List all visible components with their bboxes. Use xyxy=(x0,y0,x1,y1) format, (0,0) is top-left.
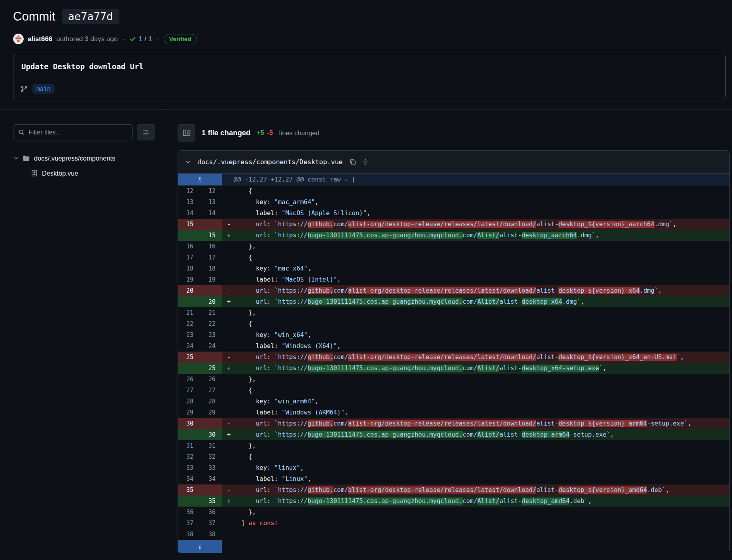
diff-line: 1212 { xyxy=(178,185,729,197)
line-number-old[interactable] xyxy=(178,363,200,374)
line-number-old[interactable]: 14 xyxy=(178,208,200,219)
line-number-old[interactable] xyxy=(178,296,200,307)
diff-line: 15+ url: `https://bugo-1301111475.cos.ap… xyxy=(178,230,729,241)
diff-line: 1818 key: "mac_x64", xyxy=(178,263,729,274)
line-number-old[interactable]: 29 xyxy=(178,407,200,418)
line-number-new[interactable]: 27 xyxy=(200,385,222,396)
line-number-gutter: 1717 xyxy=(178,252,222,263)
line-number-new[interactable]: 24 xyxy=(200,341,222,352)
line-number-old[interactable]: 18 xyxy=(178,263,200,274)
line-number-gutter: 1818 xyxy=(178,263,222,274)
line-number-new[interactable]: 13 xyxy=(200,197,222,208)
line-number-old[interactable]: 25 xyxy=(178,352,200,363)
line-number-old[interactable] xyxy=(178,429,200,440)
copy-path-button[interactable] xyxy=(349,159,356,165)
line-number-gutter: 2727 xyxy=(178,385,222,396)
line-number-new[interactable]: 29 xyxy=(200,407,222,418)
line-number-new[interactable] xyxy=(200,219,222,230)
line-number-old[interactable]: 32 xyxy=(178,451,200,462)
drag-handle[interactable] xyxy=(362,159,369,165)
diff-line: 35+ url: `https://bugo-1301111475.cos.ap… xyxy=(178,496,729,507)
chevron-down-icon[interactable] xyxy=(185,159,191,165)
line-number-new[interactable]: 36 xyxy=(200,507,222,518)
line-number-old[interactable]: 33 xyxy=(178,462,200,473)
line-number-new[interactable]: 28 xyxy=(200,396,222,407)
line-number-new[interactable]: 19 xyxy=(200,274,222,285)
line-number-new[interactable] xyxy=(200,352,222,363)
commit-sha-badge: ae7a77d xyxy=(62,9,119,24)
line-number-old[interactable]: 19 xyxy=(178,274,200,285)
verified-badge[interactable]: Verified xyxy=(164,34,197,44)
line-number-new[interactable]: 12 xyxy=(200,185,222,197)
line-number-new[interactable] xyxy=(200,484,222,496)
line-number-new[interactable]: 35 xyxy=(200,496,222,507)
line-number-new[interactable]: 30 xyxy=(200,429,222,440)
line-number-old[interactable]: 15 xyxy=(178,219,200,230)
line-number-new[interactable]: 34 xyxy=(200,473,222,484)
branch-badge[interactable]: main xyxy=(32,84,55,94)
line-number-new[interactable]: 33 xyxy=(200,462,222,473)
line-number-new[interactable]: 26 xyxy=(200,374,222,385)
line-number-new[interactable]: 17 xyxy=(200,252,222,263)
file-path[interactable]: docs/.vuepress/components/Desktop.vue xyxy=(197,158,343,166)
line-number-new[interactable]: 23 xyxy=(200,329,222,341)
expand-down-button[interactable] xyxy=(178,540,222,553)
line-number-gutter: 15 xyxy=(178,219,222,230)
checks-status[interactable]: 1 / 1 xyxy=(129,35,152,43)
line-number-new[interactable] xyxy=(200,418,222,429)
collapse-sidebar-button[interactable] xyxy=(178,124,195,142)
line-number-old[interactable]: 30 xyxy=(178,418,200,429)
tree-folder-row[interactable]: docs/.vuepress/components xyxy=(13,151,155,166)
line-number-new[interactable]: 25 xyxy=(200,363,222,374)
line-number-new[interactable]: 18 xyxy=(200,263,222,274)
line-number-new[interactable]: 37 xyxy=(200,518,222,529)
commit-message: Update Desktop download Url xyxy=(13,54,725,79)
line-number-gutter: 35 xyxy=(178,496,222,507)
line-number-old[interactable]: 23 xyxy=(178,329,200,341)
diff-line-content: ] as const xyxy=(222,518,729,529)
line-number-old[interactable]: 36 xyxy=(178,507,200,518)
line-number-old[interactable]: 28 xyxy=(178,396,200,407)
line-number-new[interactable]: 38 xyxy=(200,529,222,540)
line-number-old[interactable]: 27 xyxy=(178,385,200,396)
line-number-new[interactable]: 15 xyxy=(200,230,222,241)
diff-marker xyxy=(222,396,234,407)
line-number-old[interactable]: 37 xyxy=(178,518,200,529)
line-number-old[interactable]: 31 xyxy=(178,440,200,451)
files-filter-input[interactable] xyxy=(28,129,128,136)
diff-line: 20+ url: `https://bugo-1301111475.cos.ap… xyxy=(178,296,729,307)
line-number-old[interactable]: 21 xyxy=(178,307,200,318)
author-name[interactable]: alist666 xyxy=(28,35,52,43)
line-number-new[interactable]: 16 xyxy=(200,241,222,252)
line-number-old[interactable] xyxy=(178,496,200,507)
line-number-old[interactable]: 22 xyxy=(178,318,200,329)
line-number-old[interactable]: 26 xyxy=(178,374,200,385)
deletions-count: -5 xyxy=(267,129,273,136)
line-number-old[interactable] xyxy=(178,230,200,241)
line-number-old[interactable]: 20 xyxy=(178,285,200,296)
line-number-new[interactable]: 32 xyxy=(200,451,222,462)
line-number-new[interactable] xyxy=(200,285,222,296)
diff-line-content: + url: `https://bugo-1301111475.cos.ap-g… xyxy=(222,230,729,241)
line-number-old[interactable]: 16 xyxy=(178,241,200,252)
line-number-old[interactable]: 34 xyxy=(178,473,200,484)
tree-file-row[interactable]: Desktop.vue xyxy=(13,166,155,181)
diff-marker xyxy=(222,407,234,418)
line-number-new[interactable]: 31 xyxy=(200,440,222,451)
line-number-old[interactable]: 13 xyxy=(178,197,200,208)
line-number-old[interactable]: 17 xyxy=(178,252,200,263)
diff-line-content: + url: `https://bugo-1301111475.cos.ap-g… xyxy=(222,296,729,307)
line-number-new[interactable]: 21 xyxy=(200,307,222,318)
line-number-old[interactable]: 12 xyxy=(178,185,200,197)
line-number-new[interactable]: 14 xyxy=(200,208,222,219)
line-number-old[interactable]: 24 xyxy=(178,341,200,352)
line-number-new[interactable]: 20 xyxy=(200,296,222,307)
line-number-old[interactable]: 38 xyxy=(178,529,200,540)
avatar[interactable] xyxy=(13,34,24,44)
diff-line: 2222 { xyxy=(178,318,729,329)
line-number-new[interactable]: 22 xyxy=(200,318,222,329)
expand-up-button[interactable] xyxy=(178,174,222,185)
filter-options-button[interactable] xyxy=(137,124,155,140)
line-number-gutter: 1919 xyxy=(178,274,222,285)
line-number-old[interactable]: 35 xyxy=(178,484,200,496)
